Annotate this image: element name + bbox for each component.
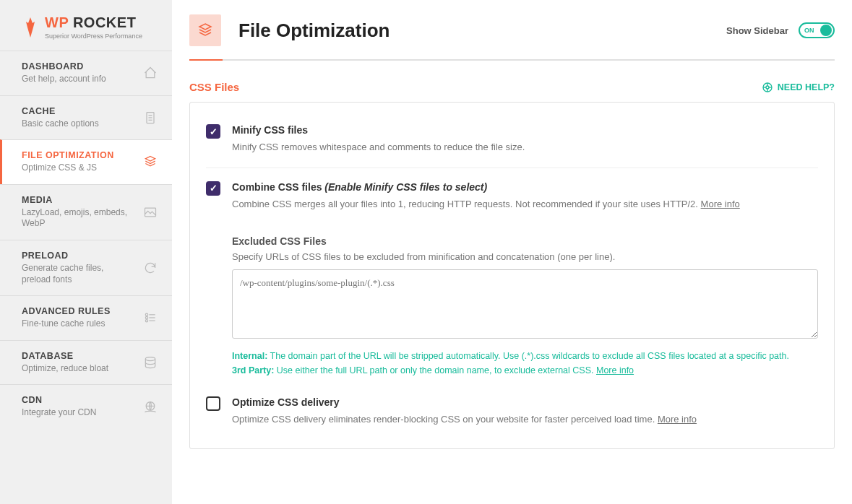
need-help-link[interactable]: NEED HELP? [762,82,835,93]
layers-icon [143,155,158,169]
svg-point-9 [145,320,147,322]
sidebar-item-advanced-rules[interactable]: ADVANCED RULESFine-tune cache rules [0,295,172,340]
optimize-css-checkbox[interactable] [206,396,220,411]
sidebar-item-dashboard[interactable]: DASHBOARDGet help, account info [0,51,172,95]
sidebar-item-label: PRELOAD [22,251,130,261]
sidebar: WP ROCKET Superior WordPress Performance… [0,0,172,504]
minify-css-checkbox[interactable] [206,124,220,139]
excluded-note: Internal: The domain part of the URL wil… [232,349,818,378]
option-title: Combine CSS files (Enable Minify CSS fil… [232,181,818,193]
sidebar-item-desc: Optimize, reduce bloat [22,363,108,375]
css-options-card: Minify CSS files Minify CSS removes whit… [189,102,835,449]
option-desc: Optimize CSS delivery eliminates render-… [232,412,818,427]
page-header: File Optimization Show Sidebar ON [189,14,835,46]
sidebar-item-file-optimization[interactable]: FILE OPTIMIZATIONOptimize CSS & JS [0,139,172,184]
more-info-link[interactable]: More info [701,199,740,209]
logo: WP ROCKET Superior WordPress Performance [0,0,172,51]
option-minify-css: Minify CSS files Minify CSS removes whit… [206,117,818,162]
excluded-css-section: Excluded CSS Files Specify URLs of CSS f… [232,235,818,378]
document-icon [143,110,158,125]
layers-icon [197,22,214,39]
option-title: Optimize CSS delivery [232,396,818,408]
svg-point-5 [145,314,147,316]
help-icon [762,82,773,93]
sidebar-item-database[interactable]: DATABASEOptimize, reduce bloat [0,340,172,385]
database-icon [143,355,158,370]
sidebar-item-media[interactable]: MEDIALazyLoad, emojis, embeds, WebP [0,184,172,240]
sidebar-item-desc: Get help, account info [22,74,106,85]
home-icon [143,66,158,80]
sidebar-item-label: MEDIA [22,195,130,205]
refresh-icon [143,261,158,275]
sidebar-item-label: ADVANCED RULES [22,306,111,316]
option-title: Minify CSS files [232,124,818,136]
option-desc: Minify CSS removes whitespace and commen… [232,140,818,155]
sidebar-item-label: FILE OPTIMIZATION [22,150,114,160]
more-info-link[interactable]: More info [596,365,634,375]
page-title: File Optimization [238,19,390,42]
sidebar-item-cache[interactable]: CACHEBasic cache options [0,95,172,140]
show-sidebar-toggle[interactable]: ON [799,22,835,38]
svg-point-11 [145,357,155,361]
more-info-link[interactable]: More info [658,414,697,425]
option-optimize-css-delivery: Optimize CSS delivery Optimize CSS deliv… [206,389,818,434]
sidebar-item-desc: LazyLoad, emojis, embeds, WebP [22,207,130,230]
option-combine-css: Combine CSS files (Enable Minify CSS fil… [206,168,818,219]
sidebar-item-cdn[interactable]: CDNIntegrate your CDN [0,384,172,429]
toggle-knob [820,25,832,36]
logo-tagline: Superior WordPress Performance [45,32,142,40]
tab-indicator [189,59,835,61]
section-header: CSS Files NEED HELP? [189,81,835,93]
excluded-title: Excluded CSS Files [232,235,818,247]
svg-point-7 [145,317,147,319]
sliders-icon [143,310,158,325]
combine-css-checkbox[interactable] [206,181,220,196]
sidebar-item-label: DATABASE [22,351,108,361]
show-sidebar-label: Show Sidebar [726,25,788,36]
toggle-on-label: ON [804,27,814,34]
image-icon [143,205,158,220]
sidebar-item-desc: Optimize CSS & JS [22,162,114,174]
rocket-logo-icon [22,17,39,38]
sidebar-item-label: DASHBOARD [22,61,106,71]
globe-icon [143,400,158,414]
main-content: File Optimization Show Sidebar ON CSS Fi… [172,0,852,504]
svg-point-14 [766,86,769,89]
sidebar-item-preload[interactable]: PRELOADGenerate cache files, preload fon… [0,240,172,295]
header-icon [189,14,221,46]
section-title: CSS Files [189,81,239,93]
logo-text: WP ROCKET [45,14,142,31]
excluded-css-textarea[interactable] [232,269,818,339]
sidebar-item-desc: Fine-tune cache rules [22,318,111,330]
sidebar-item-desc: Basic cache options [22,118,99,130]
sidebar-item-desc: Generate cache files, preload fonts [22,263,130,285]
sidebar-item-label: CDN [22,395,96,405]
help-label: NEED HELP? [778,82,835,92]
option-desc: Combine CSS merges all your files into 1… [232,197,818,212]
sidebar-item-desc: Integrate your CDN [22,407,96,419]
excluded-desc: Specify URLs of CSS files to be excluded… [232,251,818,262]
sidebar-item-label: CACHE [22,106,99,116]
